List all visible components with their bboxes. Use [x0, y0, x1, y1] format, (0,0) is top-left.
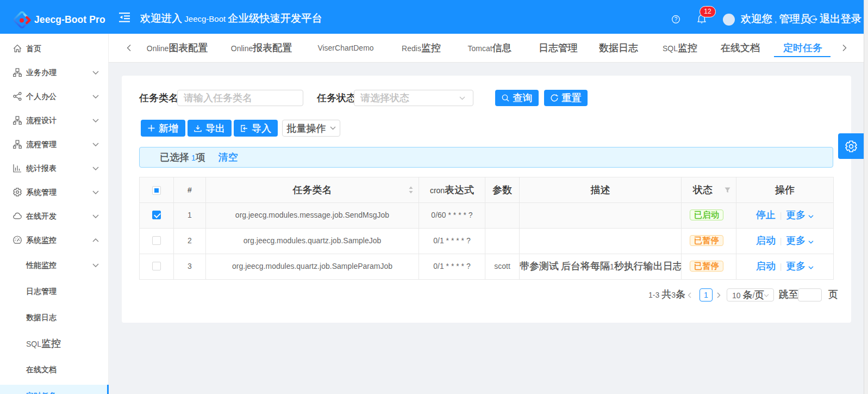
- svg-text:?: ?: [675, 16, 678, 22]
